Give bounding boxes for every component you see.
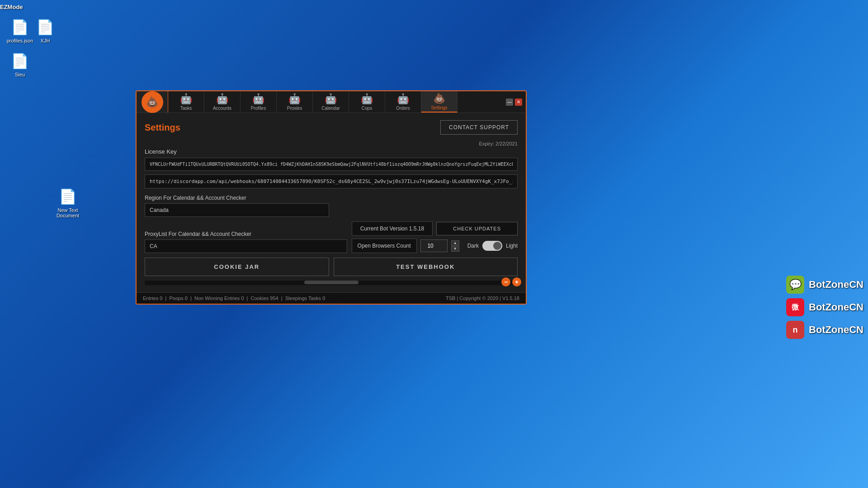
calendar-icon: 🤖 (325, 93, 337, 105)
browser-row: Open Browsers Count ▲ ▼ Dark Light (352, 239, 518, 253)
tab-settings-label: Settings (431, 105, 447, 110)
desktop-icon-xjh[interactable]: 📄 XJH (27, 18, 63, 43)
status-sleeping-tasks: Sleepings Tasks 0 (285, 296, 325, 301)
settings-header: Settings CONTACT SUPPORT (145, 120, 518, 135)
tasks-icon: 🤖 (180, 93, 192, 105)
desktop-icon-label: New Text Document (50, 207, 86, 218)
expiry-text: Expiry: 2/22/2021 (145, 141, 518, 146)
spinner-up-button[interactable]: ▲ (451, 240, 459, 246)
botzone-npm-label: BotZoneCN (809, 324, 863, 336)
region-proxy-row: Region For Calendar && Account Checker C… (145, 195, 518, 217)
window-body: Settings CONTACT SUPPORT Expiry: 2/22/20… (137, 113, 526, 292)
browser-label: Open Browsers Count (352, 239, 417, 253)
zoom-controls: − + (501, 277, 521, 286)
right-panel: Current Bot Version 1.5.18 CHECK UPDATES… (352, 221, 518, 253)
tab-settings[interactable]: 💩 Settings (421, 91, 458, 113)
tab-profiles-label: Profiles (251, 106, 266, 111)
status-copyright: TSB | Copyright © 2020 | V1.5.18 (446, 296, 519, 301)
version-display: Current Bot Version 1.5.18 (352, 221, 433, 236)
desktop-icon-new-text-doc[interactable]: 📄 New Text Document (50, 188, 86, 218)
status-cookies: Cookies 954 (251, 296, 278, 301)
license-key-label: License Key (145, 148, 518, 155)
profiles-icon: 🤖 (252, 93, 264, 105)
orders-icon: 🤖 (397, 93, 409, 105)
tab-proxies-label: Proxies (287, 106, 302, 111)
proxy-select[interactable]: CA (145, 239, 347, 253)
browser-spinner: ▲ ▼ (451, 240, 459, 252)
botzone-sidebar: 💬 BotZoneCN 微 BotZoneCN n BotZoneCN (782, 271, 868, 343)
app-logo: 💩 (142, 91, 163, 113)
region-label: Region For Calendar && Account Checker (145, 195, 329, 201)
file-icon: 📄 (59, 188, 77, 206)
tab-tasks[interactable]: 🤖 Tasks (168, 91, 204, 113)
tab-calendar[interactable]: 🤖 Calendar (313, 91, 349, 113)
title-bar: 💩 🤖 Tasks 🤖 Accounts 🤖 Profiles 🤖 Proxie… (137, 91, 526, 113)
tab-accounts[interactable]: 🤖 Accounts (204, 91, 241, 113)
bot-window: 💩 🤖 Tasks 🤖 Accounts 🤖 Profiles 🤖 Proxie… (136, 90, 527, 305)
desktop-icon-label: Sieu (15, 72, 25, 77)
tab-profiles[interactable]: 🤖 Profiles (241, 91, 277, 113)
minimize-button[interactable]: — (506, 99, 513, 106)
tab-proxies[interactable]: 🤖 Proxies (277, 91, 313, 113)
scroll-area (145, 281, 518, 285)
webhook-input[interactable] (145, 174, 518, 188)
desktop-icon-sieu[interactable]: 📄 Sieu (2, 52, 38, 77)
region-select[interactable]: Canada (145, 203, 329, 217)
test-webhook-button[interactable]: TEST WEBHOOK (334, 258, 518, 276)
botzone-npm[interactable]: n BotZoneCN (786, 321, 863, 339)
wechat-icon: 💬 (786, 276, 804, 294)
botzone-wechat[interactable]: 💬 BotZoneCN (786, 276, 863, 294)
botzone-weibo[interactable]: 微 BotZoneCN (786, 298, 863, 316)
status-entries: Entries 0 (143, 296, 162, 301)
contact-support-button[interactable]: CONTACT SUPPORT (440, 120, 518, 135)
status-bar: Entries 0 | Poops 0 | Non Winning Entrie… (137, 292, 526, 304)
check-updates-button[interactable]: CHECK UPDATES (436, 222, 518, 235)
dark-label: Dark (467, 243, 479, 249)
tab-cops[interactable]: 🤖 Cops (349, 91, 385, 113)
cookie-jar-button[interactable]: COOKIE JAR (145, 258, 329, 276)
bottom-buttons: COOKIE JAR TEST WEBHOOK (145, 258, 518, 276)
scroll-thumb[interactable] (304, 281, 359, 284)
status-non-winning: Non Winning Entries 0 (194, 296, 244, 301)
tab-orders[interactable]: 🤖 Orders (385, 91, 421, 113)
version-row: Current Bot Version 1.5.18 CHECK UPDATES (352, 221, 518, 236)
window-controls: — ✕ (502, 91, 526, 113)
tab-cops-label: Cops (362, 106, 372, 111)
zoom-minus-button[interactable]: − (501, 277, 510, 286)
weibo-icon: 微 (786, 298, 804, 316)
proxies-icon: 🤖 (288, 93, 301, 105)
version-controls-col (334, 195, 518, 217)
light-label: Light (506, 243, 518, 249)
cops-icon: 🤖 (361, 93, 373, 105)
accounts-icon: 🤖 (216, 93, 228, 105)
botzone-wechat-label: BotZoneCN (809, 279, 863, 291)
desktop-icon-label: XJH (41, 38, 50, 43)
file-icon: 📄 (11, 18, 29, 36)
dark-light-row: Dark Light (467, 241, 518, 251)
browser-count-input[interactable] (420, 239, 448, 252)
tab-accounts-label: Accounts (213, 106, 231, 111)
license-key-input[interactable] (145, 158, 518, 171)
spinner-down-button[interactable]: ▼ (451, 246, 459, 252)
nav-tabs: 🤖 Tasks 🤖 Accounts 🤖 Profiles 🤖 Proxies … (168, 91, 502, 113)
toggle-knob (493, 242, 501, 250)
proxy-section: ProxyList For Calendar && Account Checke… (145, 231, 347, 253)
ezmode-label: EZMode (0, 4, 23, 10)
middle-section: ProxyList For Calendar && Account Checke… (145, 221, 518, 253)
settings-title: Settings (145, 122, 180, 133)
tab-tasks-label: Tasks (180, 106, 192, 111)
region-col: Region For Calendar && Account Checker C… (145, 195, 329, 217)
botzone-weibo-label: BotZoneCN (809, 301, 863, 313)
status-left: Entries 0 | Poops 0 | Non Winning Entrie… (143, 296, 325, 301)
dark-light-toggle[interactable] (482, 241, 502, 251)
file-icon: 📄 (11, 52, 29, 70)
file-icon: 📄 (36, 18, 54, 36)
close-button[interactable]: ✕ (515, 99, 522, 106)
status-poops: Poops 0 (170, 296, 188, 301)
logo-area: 💩 (137, 91, 168, 113)
zoom-plus-button[interactable]: + (512, 277, 521, 286)
npm-icon: n (786, 321, 804, 339)
tab-calendar-label: Calendar (321, 106, 340, 111)
tab-orders-label: Orders (396, 106, 410, 111)
proxy-label: ProxyList For Calendar && Account Checke… (145, 231, 347, 237)
